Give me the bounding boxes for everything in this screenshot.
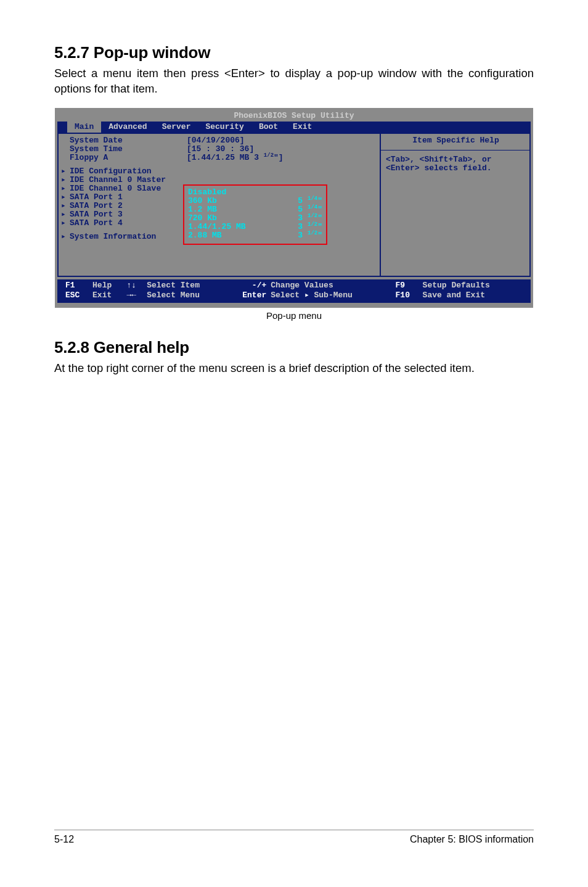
bios-footer-keys: F1 Help ↑↓ Select Item -/+ Change Values… (57, 279, 531, 303)
popup-size-frac: 1/4 (308, 196, 317, 202)
page-footer: 5-12 Chapter 5: BIOS information (54, 830, 534, 845)
page-number: 5-12 (54, 834, 74, 845)
popup-size-unit: " (317, 213, 322, 223)
footer-key-f1: F1 (65, 281, 92, 291)
bios-value-system-time: [15 : 30 : 36] (184, 145, 380, 154)
bios-figure-caption: Pop-up menu (55, 310, 533, 321)
footer-label-exit: Exit (92, 291, 126, 300)
popup-size-num: 5 (298, 205, 303, 214)
bios-help-panel: Item Specific Help <Tab>, <Shift+Tab>, o… (380, 133, 531, 277)
popup-size-unit: " (317, 231, 322, 240)
popup-option-144mb[interactable]: 1.44/1.25 MB 3 1/2" (188, 223, 322, 231)
bios-label-system-date: System Date (70, 136, 184, 145)
footer-label-select-menu: Select Menu (146, 291, 229, 300)
popup-option-label: 360 Kb (188, 197, 217, 205)
bios-submenu-ide-configuration[interactable]: ▸ IDE Configuration (59, 167, 380, 176)
popup-size-num: 3 (298, 231, 303, 240)
section-5-2-8-title: 5.2.8 General help (54, 338, 534, 357)
popup-option-label: 2.88 MB (188, 231, 222, 240)
popup-size-unit: " (317, 205, 322, 214)
popup-size-unit: " (317, 222, 322, 231)
popup-option-label: 720 Kb (188, 214, 217, 223)
chapter-title: Chapter 5: BIOS information (410, 834, 534, 845)
submenu-arrow-icon: ▸ (61, 219, 70, 228)
submenu-arrow-icon: ▸ (61, 184, 70, 193)
footer-label-select-item: Select Item (146, 281, 229, 291)
footer-key-f9: F9 (395, 281, 422, 291)
footer-submenu-post: Sub-Menu (309, 291, 353, 300)
popup-size-frac: 1/2 (308, 221, 317, 228)
submenu-arrow-icon: ▸ (61, 176, 70, 184)
bios-value-system-date: [04/19/2006] (184, 136, 380, 145)
popup-option-288mb[interactable]: 2.88 MB 3 1/2" (188, 231, 322, 240)
popup-size-frac: 1/2 (308, 213, 317, 219)
bios-tab-advanced[interactable]: Advanced (101, 122, 154, 133)
bios-tab-security[interactable]: Security (198, 122, 251, 133)
section-5-2-8-body: At the top right corner of the menu scre… (54, 361, 534, 376)
floppy-a-post: "] (274, 153, 284, 162)
submenu-arrow-icon: ▸ (61, 167, 70, 176)
footer-label-save-exit: Save and Exit (422, 291, 526, 300)
footer-label-select-submenu: Select ▸ Sub-Menu (270, 291, 394, 300)
bios-menu-tabs: Main Advanced Server Security Boot Exit (57, 122, 531, 133)
bios-row-system-date[interactable]: System Date [04/19/2006] (59, 136, 380, 145)
submenu-arrow-icon: ▸ (61, 193, 70, 202)
bios-utility-title: PhoenixBIOS Setup Utility (57, 110, 531, 122)
bios-tab-server[interactable]: Server (155, 122, 198, 133)
popup-size-num: 5 (298, 196, 303, 205)
popup-option-label: 1.2 MB (188, 205, 217, 214)
footer-submenu-arrow-icon: ▸ (304, 291, 309, 300)
popup-option-360kb[interactable]: 360 Kb 5 1/4" (188, 197, 322, 205)
section-5-2-7-body: Select a menu item then press <Enter> to… (54, 66, 534, 97)
bios-screenshot: PhoenixBIOS Setup Utility Main Advanced … (55, 108, 533, 321)
section-5-2-7-title: 5.2.7 Pop-up window (54, 43, 534, 62)
bios-tab-main[interactable]: Main (67, 122, 101, 133)
bios-submenu-label: IDE Configuration (70, 167, 255, 176)
footer-label-setup-defaults: Setup Defaults (422, 281, 526, 291)
bios-submenu-ide-ch0-master[interactable]: ▸ IDE Channel 0 Master (59, 176, 380, 184)
footer-label-change-values: Change Values (270, 281, 394, 291)
popup-option-disabled[interactable]: Disabled (188, 188, 322, 197)
footer-key-plusminus: -/+ (229, 281, 271, 291)
floppy-a-sup: 1/2 (264, 152, 274, 159)
submenu-arrow-icon: ▸ (61, 210, 70, 219)
popup-size-num: 3 (298, 213, 303, 223)
bios-row-floppy-a[interactable]: Floppy A [1.44/1.25 MB 3 1/2"] (59, 154, 380, 162)
bios-popup-menu[interactable]: Disabled 360 Kb 5 1/4" 1.2 MB 5 1/4" (183, 184, 327, 245)
footer-label-help: Help (92, 281, 126, 291)
submenu-arrow-icon: ▸ (61, 233, 70, 241)
bios-value-floppy-a: [1.44/1.25 MB 3 1/2"] (184, 154, 380, 162)
footer-submenu-pre: Select (271, 291, 304, 300)
bios-label-system-time: System Time (70, 145, 184, 154)
popup-size-unit: " (317, 196, 322, 205)
bios-label-floppy-a: Floppy A (70, 154, 184, 162)
bios-help-title: Item Specific Help (386, 136, 526, 145)
popup-option-label: 1.44/1.25 MB (188, 223, 246, 231)
bios-tab-boot[interactable]: Boot (251, 122, 285, 133)
popup-option-720kb[interactable]: 720 Kb 3 1/2" (188, 214, 322, 223)
bios-tab-exit[interactable]: Exit (285, 122, 319, 133)
popup-option-size: 3 1/2" (298, 231, 322, 240)
bios-submenu-label: IDE Channel 0 Master (70, 176, 255, 184)
submenu-arrow-icon: ▸ (61, 202, 70, 210)
footer-key-leftright: →← (126, 291, 146, 300)
footer-key-enter: Enter (229, 291, 271, 300)
popup-size-frac: 1/2 (308, 230, 317, 236)
bios-help-text: <Tab>, <Shift+Tab>, or <Enter> selects f… (386, 155, 526, 173)
popup-option-12mb[interactable]: 1.2 MB 5 1/4" (188, 205, 322, 214)
footer-key-updown: ↑↓ (126, 281, 146, 291)
bios-row-system-time[interactable]: System Time [15 : 30 : 36] (59, 145, 380, 154)
popup-size-num: 3 (298, 222, 303, 231)
popup-size-frac: 1/4 (308, 204, 317, 210)
floppy-a-pre: [1.44/1.25 MB 3 (187, 153, 264, 162)
footer-key-esc: ESC (65, 291, 92, 300)
footer-key-f10: F10 (395, 291, 422, 300)
popup-option-label: Disabled (188, 188, 226, 197)
